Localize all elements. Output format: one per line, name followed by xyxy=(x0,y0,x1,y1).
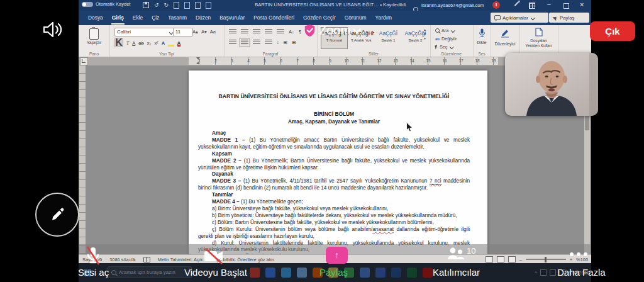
maximize-button[interactable] xyxy=(564,3,569,9)
new-document-icon[interactable] xyxy=(174,2,179,9)
paste-icon[interactable] xyxy=(89,28,99,40)
line-spacing-icon[interactable]: ↕ xyxy=(277,40,279,45)
grow-font-button[interactable]: A▴ xyxy=(192,29,198,35)
ribbon-layout-icon[interactable] xyxy=(529,3,535,9)
zoom-out-button[interactable]: – xyxy=(519,257,522,262)
dictate-icon[interactable] xyxy=(479,28,486,38)
doc-link-7nci[interactable]: 7 nci xyxy=(430,178,441,184)
zoom-slider[interactable] xyxy=(526,259,566,260)
tab-tasarim[interactable]: Tasarım xyxy=(164,11,191,25)
align-center-icon[interactable] xyxy=(241,40,248,45)
proofing-icon[interactable] xyxy=(143,257,150,262)
justify-icon[interactable] xyxy=(265,40,272,45)
participants-icon[interactable] xyxy=(447,247,465,261)
minimize-button[interactable]: – xyxy=(547,1,551,8)
tab-yardim[interactable]: Yardım xyxy=(371,11,396,25)
print-layout-view-icon[interactable] xyxy=(497,256,504,262)
table-icon[interactable] xyxy=(195,2,201,9)
save-icon[interactable] xyxy=(143,2,149,8)
vertical-ruler[interactable] xyxy=(79,65,86,254)
replace-button[interactable]: ab Değiştir xyxy=(435,36,457,42)
zoom-in-button[interactable]: + xyxy=(570,257,572,262)
paste-button[interactable]: Yapıştır xyxy=(79,40,109,45)
account-email[interactable]: ibrahim.aydas674@gmail.com xyxy=(421,3,492,8)
start-video-button[interactable]: Videoyu Başlat xyxy=(184,267,247,278)
tab-ciz[interactable]: Çiz xyxy=(147,11,164,25)
multilevel-list-icon[interactable] xyxy=(253,29,260,35)
styles-gallery-expand[interactable]: ▾ xyxy=(424,37,426,41)
zoom-slider-thumb[interactable] xyxy=(545,257,547,262)
speaker-icon[interactable] xyxy=(42,20,64,39)
participants-button[interactable]: Katılımcılar xyxy=(433,267,480,278)
font-color-button[interactable]: A xyxy=(177,40,180,46)
align-right-icon[interactable] xyxy=(253,40,260,45)
reuse-files-icon[interactable] xyxy=(535,28,543,37)
underline-button[interactable]: A xyxy=(132,40,135,46)
word-count[interactable]: 3086 sözcük xyxy=(109,257,136,262)
tab-giris[interactable]: Giriş xyxy=(108,11,128,25)
mic-muted-icon[interactable] xyxy=(84,245,103,266)
zoom-header[interactable]: Zoom xyxy=(304,23,360,38)
leave-meeting-button[interactable]: Çık xyxy=(590,21,635,41)
tab-basvurular[interactable]: Başvurular xyxy=(215,11,249,25)
redo-icon[interactable]: ↻ xyxy=(164,1,169,9)
web-layout-view-icon[interactable] xyxy=(508,256,516,262)
more-button[interactable]: Daha Fazla xyxy=(557,267,606,278)
subscript-button[interactable]: x₂ xyxy=(147,40,152,46)
bullet-list-icon[interactable] xyxy=(229,29,236,35)
camera-muted-icon[interactable] xyxy=(203,247,225,266)
decrease-indent-icon[interactable] xyxy=(265,29,272,35)
pen-mode-icon[interactable] xyxy=(514,1,519,6)
autosave-switch[interactable] xyxy=(82,2,93,7)
dictate-button[interactable]: Dikte xyxy=(473,40,491,45)
share-screen-button[interactable]: Paylaş xyxy=(319,267,348,278)
tab-dosya[interactable]: Dosya xyxy=(84,11,108,25)
highlight-button[interactable]: Aa xyxy=(168,40,174,46)
text-predictions-status[interactable]: Metin Tahminleri: Açık xyxy=(158,257,203,262)
styles-scroll-up[interactable]: ▴ xyxy=(424,28,426,32)
italic-button[interactable]: T xyxy=(126,40,129,46)
select-button[interactable]: Seç xyxy=(435,44,453,50)
text-effects-button[interactable]: A xyxy=(162,40,165,46)
left-indent-marker[interactable] xyxy=(196,62,200,64)
annotate-button[interactable] xyxy=(35,193,79,237)
numbered-list-icon[interactable] xyxy=(241,29,248,35)
tab-posta-gonderileri[interactable]: Posta Gönderileri xyxy=(249,11,299,25)
styles-scroll-down[interactable]: ▾ xyxy=(424,32,426,37)
strikethrough-button[interactable]: ab xyxy=(138,40,143,46)
tab-ekle[interactable]: Ekle xyxy=(128,11,147,25)
account-avatar[interactable]: I xyxy=(492,1,500,9)
unmute-button[interactable]: Sesi aç xyxy=(78,267,109,278)
find-button[interactable]: Ara xyxy=(435,28,455,33)
share-upload-button[interactable]: ↑ xyxy=(326,247,348,264)
change-case-button[interactable]: Aa xyxy=(210,29,216,35)
tab-duzen[interactable]: Düzen xyxy=(191,11,215,25)
style-heading1[interactable]: AaÇçĞİ Başlık 1 xyxy=(375,27,402,49)
bold-button[interactable]: K xyxy=(114,38,123,47)
align-left-icon[interactable] xyxy=(229,40,236,45)
tab-selector[interactable] xyxy=(80,57,88,65)
read-mode-view-icon[interactable] xyxy=(486,256,493,262)
read-mode-icon[interactable] xyxy=(206,2,211,9)
document-title[interactable]: BARTIN ÜNİVERSİTESİ ÖNLİSANS VE LİSANS E… xyxy=(248,2,412,8)
borders-icon[interactable]: ⊞ xyxy=(292,40,296,45)
word-share-button[interactable]: Paylaş xyxy=(549,13,589,23)
autosave-toggle[interactable]: Otomatik Kaydet xyxy=(82,1,130,7)
open-folder-icon[interactable] xyxy=(184,2,190,9)
shrink-font-button[interactable]: A▾ xyxy=(201,29,207,35)
horizontal-ruler[interactable]: 12345678910111213141516171819 xyxy=(189,57,498,65)
close-button[interactable]: × xyxy=(580,1,584,8)
reuse-files-button[interactable]: Dosyaları Yeniden Kullan xyxy=(519,38,558,48)
increase-indent-icon[interactable] xyxy=(277,29,284,35)
font-size-dropdown[interactable]: 11 xyxy=(173,28,193,37)
editor-button[interactable]: Düzenleyici xyxy=(491,42,519,46)
comments-button[interactable]: Açıklamalar xyxy=(491,13,548,23)
superscript-button[interactable]: x² xyxy=(155,40,158,46)
undo-icon[interactable]: ↺ xyxy=(154,1,159,9)
first-line-indent-marker[interactable] xyxy=(196,57,200,60)
pilcrow-icon[interactable]: ¶ xyxy=(299,29,301,35)
more-options-icon[interactable] xyxy=(570,252,587,256)
zoom-percentage[interactable]: %100 xyxy=(576,257,588,262)
editor-icon[interactable] xyxy=(501,28,509,38)
participant-video-thumbnail[interactable] xyxy=(505,53,598,116)
